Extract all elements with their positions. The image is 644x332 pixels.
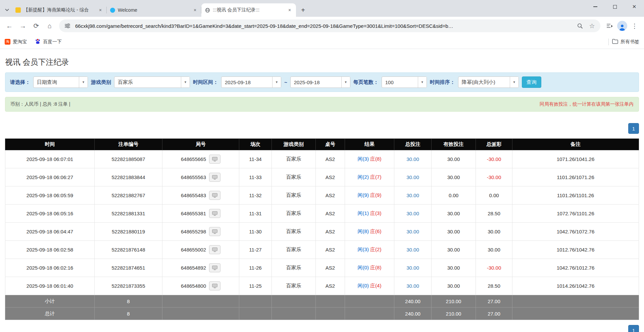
round-replay-button[interactable] — [209, 281, 220, 290]
address-bar[interactable]: 66cxkj98.com/game/betrecord_search/kind3… — [59, 19, 600, 32]
chevron-down-icon: ▼ — [79, 77, 88, 88]
cell-valid-bet: 30.00 — [432, 150, 476, 168]
tab-forum[interactable]: 【新提醒】海燕策略论坛 - 综合 × — [12, 3, 107, 17]
cell-valid-bet: 30.00 — [432, 241, 476, 259]
cell-note: 1101.26/1071.26 — [512, 168, 639, 186]
bookmark-label: 爱淘宝 — [13, 39, 27, 45]
date-end-picker[interactable]: 2025-09-18 ▼ — [290, 76, 350, 88]
round-number: 648655563 — [181, 174, 206, 180]
search-button[interactable]: 查询 — [522, 76, 541, 88]
tab-close-icon[interactable]: × — [287, 7, 293, 13]
tab-close-icon[interactable]: × — [192, 7, 198, 13]
tab-strip: 【新提醒】海燕策略论坛 - 综合 × Welcome × :::视讯 会员下注纪… — [0, 0, 644, 17]
bookmark-star-icon[interactable]: ☆ — [588, 21, 596, 30]
total-bet-link[interactable]: 30.00 — [406, 283, 419, 289]
cell-time: 2025-09-18 06:02:16 — [5, 259, 95, 277]
subtotal-total-bet: 240.00 — [394, 295, 432, 308]
result-banker: 庄(9) — [370, 192, 381, 198]
cell-payout: 0.00 — [476, 186, 512, 205]
per-page-select[interactable]: 100 ▼ — [382, 76, 427, 88]
total-bet-link[interactable]: 30.00 — [406, 229, 419, 234]
cell-session: 11-31 — [239, 205, 272, 223]
forward-button[interactable]: → — [17, 20, 29, 32]
cell-round: 648655381 — [162, 205, 239, 223]
new-tab-button[interactable]: + — [298, 5, 308, 15]
payout-value: 28.50 — [488, 211, 500, 216]
all-bookmarks-label: 所有书签 — [621, 39, 639, 45]
cell-bet-id: 522821883844 — [95, 168, 162, 186]
url-text[interactable]: 66cxkj98.com/game/betrecord_search/kind3… — [75, 23, 572, 29]
cell-round: 648655665 — [162, 150, 239, 168]
cell-game-type: 百家乐 — [272, 241, 316, 259]
total-bet-link[interactable]: 30.00 — [406, 247, 419, 253]
tab-search-button[interactable] — [2, 3, 12, 17]
maximize-button[interactable] — [605, 0, 625, 13]
total-bet-link[interactable]: 30.00 — [406, 211, 419, 216]
page-1-button[interactable]: 1 — [628, 325, 639, 332]
tab-bet-record[interactable]: :::视讯 会员下注纪录::: × — [201, 3, 296, 17]
tab-welcome[interactable]: Welcome × — [107, 3, 201, 17]
result-banker: 庄(2) — [370, 246, 381, 252]
forum-favicon-icon — [15, 7, 21, 13]
site-settings-icon[interactable] — [63, 21, 72, 30]
cell-result: 闲(3) 庄(2) — [345, 241, 394, 259]
back-button[interactable]: ← — [3, 20, 15, 32]
cell-table-code: AS2 — [316, 223, 345, 241]
query-type-select[interactable]: 日期查询 ▼ — [33, 76, 88, 88]
tab-title: :::视讯 会员下注纪录::: — [213, 7, 284, 13]
minimize-icon — [593, 6, 597, 7]
total-bet-link[interactable]: 30.00 — [406, 156, 419, 162]
round-replay-button[interactable] — [209, 173, 220, 182]
total-bet-link[interactable]: 30.00 — [406, 174, 419, 180]
date-separator: ~ — [284, 79, 287, 85]
round-replay-button[interactable] — [209, 209, 220, 218]
bookmark-baidu[interactable]: 百度一下 — [35, 39, 62, 45]
payout-value: 28.50 — [488, 283, 500, 289]
minimize-button[interactable] — [586, 0, 605, 13]
summary-bar: 币别：人民币 | 总共 :8 注单 | 同局有效投注，统一计算在该局第一张注单内 — [5, 97, 639, 112]
refresh-button[interactable]: ⟳ — [30, 20, 42, 32]
bookmarks-divider — [608, 39, 609, 45]
filter-panel: 请选择： 日期查询 ▼ 游戏类别 百家乐 ▼ 时间区间： 2025-09-18 … — [5, 72, 639, 92]
total-payout: 27.00 — [476, 308, 512, 320]
page-1-button[interactable]: 1 — [628, 123, 639, 134]
browser-menu-button[interactable]: ⋮ — [629, 20, 641, 32]
total-total-bet: 240.00 — [394, 308, 432, 320]
cell-valid-bet: 30.00 — [432, 223, 476, 241]
video-icon — [212, 157, 217, 162]
all-bookmarks-button[interactable]: 所有书签 — [612, 39, 639, 45]
profile-avatar[interactable] — [617, 21, 627, 31]
round-replay-button[interactable] — [209, 263, 220, 272]
tab-title: 【新提醒】海燕策略论坛 - 综合 — [23, 7, 95, 13]
game-type-select[interactable]: 百家乐 ▼ — [114, 76, 190, 88]
date-start-value: 2025-09-18 — [221, 79, 272, 85]
round-replay-button[interactable] — [209, 245, 220, 254]
cell-note: 1042.76/1072.76 — [512, 223, 639, 241]
total-label: 总计 — [5, 308, 95, 320]
bookmark-taobao[interactable]: 淘 爱淘宝 — [5, 39, 27, 45]
zoom-icon[interactable] — [576, 21, 584, 30]
cell-valid-bet: 30.00 — [432, 168, 476, 186]
cell-payout: 30.00 — [476, 241, 512, 259]
home-button[interactable]: ⌂ — [44, 20, 56, 32]
total-bet-link[interactable]: 30.00 — [406, 265, 419, 271]
cell-game-type: 百家乐 — [272, 150, 316, 168]
tab-close-icon[interactable]: × — [97, 7, 103, 13]
round-replay-button[interactable] — [209, 191, 220, 200]
column-header-6: 结果 — [345, 139, 394, 150]
close-button[interactable]: ✕ — [625, 0, 644, 13]
result-banker: 庄(7) — [370, 174, 381, 180]
sort-select[interactable]: 降幂(由大到小) ▼ — [458, 76, 519, 88]
result-banker: 庄(3) — [370, 210, 381, 216]
date-start-picker[interactable]: 2025-09-18 ▼ — [221, 76, 281, 88]
currency-summary: 币别：人民币 | 总共 :8 注单 | — [10, 101, 70, 107]
round-replay-button[interactable] — [209, 155, 220, 164]
round-replay-button[interactable] — [209, 227, 220, 236]
cell-result: 闲(2) 庄(7) — [345, 168, 394, 186]
video-icon — [212, 266, 217, 270]
subtotal-label: 小计 — [5, 295, 95, 308]
media-controls-icon[interactable] — [604, 20, 616, 32]
payout-value: -30.00 — [487, 265, 501, 271]
total-bet-link[interactable]: 30.00 — [406, 192, 419, 198]
per-page-label: 每页笔数： — [353, 79, 379, 86]
